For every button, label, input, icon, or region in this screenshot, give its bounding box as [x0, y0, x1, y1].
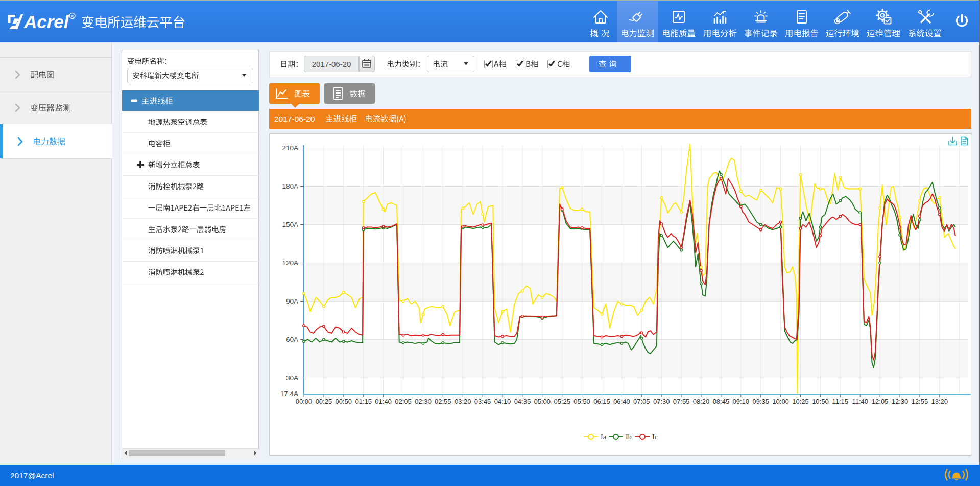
svg-text:03:45: 03:45: [474, 398, 491, 405]
svg-text:2017@Acrel: 2017@Acrel: [10, 471, 54, 480]
svg-text:13:20: 13:20: [931, 398, 948, 405]
svg-text:R: R: [71, 14, 74, 19]
svg-text:11:40: 11:40: [852, 398, 868, 405]
svg-text:01:40: 01:40: [375, 398, 392, 405]
svg-text:02:30: 02:30: [415, 398, 432, 405]
svg-text:01:15: 01:15: [355, 398, 372, 405]
svg-text:08:20: 08:20: [693, 398, 710, 405]
svg-text:05:50: 05:50: [573, 398, 590, 405]
svg-text:07:30: 07:30: [653, 398, 670, 405]
svg-text:09:10: 09:10: [733, 398, 750, 405]
svg-text:210A: 210A: [282, 144, 298, 152]
svg-text:11:15: 11:15: [832, 398, 849, 405]
svg-text:2017-06-20: 2017-06-20: [312, 60, 351, 68]
svg-text:150A: 150A: [282, 221, 298, 228]
svg-text:05:00: 05:00: [534, 398, 551, 405]
svg-text:02:55: 02:55: [435, 398, 451, 405]
svg-text:60A: 60A: [286, 336, 298, 343]
svg-text:Ib: Ib: [626, 433, 632, 441]
svg-text:02:05: 02:05: [395, 398, 412, 405]
svg-text:120A: 120A: [282, 259, 298, 267]
svg-text:05:25: 05:25: [554, 398, 570, 405]
svg-text:04:10: 04:10: [494, 398, 511, 405]
svg-text:00:50: 00:50: [336, 398, 352, 405]
svg-text:06:15: 06:15: [593, 398, 610, 405]
svg-text:07:05: 07:05: [633, 398, 650, 405]
svg-text:12:55: 12:55: [912, 398, 928, 405]
svg-text:17.4A: 17.4A: [280, 390, 298, 398]
svg-text:03:20: 03:20: [455, 398, 471, 405]
svg-text:12:30: 12:30: [892, 398, 909, 405]
svg-text:180A: 180A: [282, 182, 298, 190]
svg-text:10:25: 10:25: [792, 398, 809, 405]
svg-text:07:55: 07:55: [673, 398, 690, 405]
svg-text:08:45: 08:45: [713, 398, 730, 405]
svg-text:09:35: 09:35: [752, 398, 769, 405]
svg-text:12:05: 12:05: [872, 398, 889, 405]
svg-text:Ia: Ia: [601, 433, 607, 441]
svg-text:30A: 30A: [286, 374, 298, 382]
svg-text:04:35: 04:35: [514, 398, 531, 405]
svg-text:06:40: 06:40: [613, 398, 630, 405]
svg-text:10:50: 10:50: [812, 398, 829, 405]
svg-text:Ic: Ic: [652, 433, 658, 441]
svg-text:10:00: 10:00: [772, 398, 789, 405]
svg-text:Acrel: Acrel: [23, 12, 69, 32]
svg-text:2017-06-20: 2017-06-20: [274, 114, 315, 123]
svg-text:00:25: 00:25: [316, 398, 332, 405]
svg-text:00:00: 00:00: [296, 398, 313, 405]
svg-text:90A: 90A: [286, 297, 298, 305]
